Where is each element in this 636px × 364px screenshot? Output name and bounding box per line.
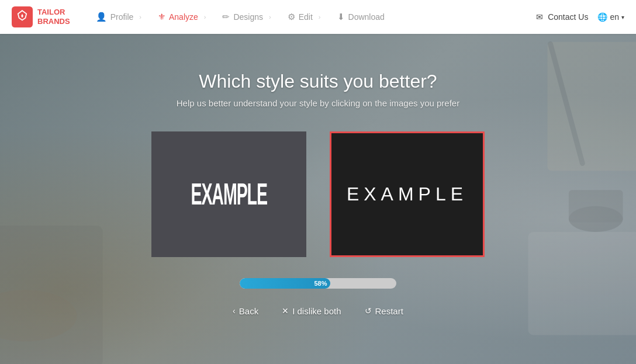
contact-button[interactable]: ✉ Contact Us <box>536 12 588 22</box>
restart-label: Restart <box>375 306 403 316</box>
dislike-label: I dislike both <box>292 306 341 316</box>
language-button[interactable]: 🌐 en ▾ <box>597 12 624 22</box>
designs-label: Designs <box>233 12 263 22</box>
edit-label: Edit <box>299 12 313 22</box>
dislike-button[interactable]: ✕ I dislike both <box>282 306 341 316</box>
profile-label: Profile <box>110 12 134 22</box>
restart-button[interactable]: ↺ Restart <box>365 306 403 316</box>
logo-icon <box>12 6 33 27</box>
nav-steps: 👤 Profile › ⚜ Analyze › ✏ Designs › ⚙ Ed… <box>88 0 537 34</box>
download-icon: ⬇ <box>337 12 345 22</box>
lang-chevron: ▾ <box>621 14 624 20</box>
analyze-label: Analyze <box>169 12 198 22</box>
globe-icon: 🌐 <box>597 12 607 22</box>
nav-right: ✉ Contact Us 🌐 en ▾ <box>536 12 624 22</box>
nav-step-profile[interactable]: 👤 Profile › <box>88 0 150 34</box>
card-thin-text: EXAMPLE <box>347 183 468 205</box>
card-condensed-text: EXAMPLE <box>191 179 267 209</box>
cards-row: EXAMPLE EXAMPLE <box>151 131 485 257</box>
question-title: Which style suits you better? <box>199 71 437 92</box>
back-button[interactable]: ‹ Back <box>233 306 258 316</box>
progress-container: 58% <box>240 278 396 289</box>
logo-text: TAILOR BRANDS <box>37 8 70 26</box>
edit-chevron: › <box>319 13 321 20</box>
designs-icon: ✏ <box>222 12 230 22</box>
back-label: Back <box>239 306 258 316</box>
restart-icon: ↺ <box>365 306 372 316</box>
logo[interactable]: TAILOR BRANDS <box>12 6 70 27</box>
main-content: Which style suits you better? Help us be… <box>0 34 636 364</box>
edit-icon: ⚙ <box>288 12 295 22</box>
style-card-condensed[interactable]: EXAMPLE <box>151 131 306 257</box>
contact-label: Contact Us <box>548 12 588 22</box>
designs-chevron: › <box>269 13 271 20</box>
profile-icon: 👤 <box>96 12 107 22</box>
nav-step-analyze[interactable]: ⚜ Analyze › <box>150 0 214 34</box>
back-icon: ‹ <box>233 306 236 316</box>
profile-chevron: › <box>139 13 141 20</box>
download-label: Download <box>348 12 385 22</box>
action-row: ‹ Back ✕ I dislike both ↺ Restart <box>233 306 403 316</box>
progress-track: 58% <box>240 278 396 289</box>
progress-label: 58% <box>314 280 327 287</box>
envelope-icon: ✉ <box>536 12 543 22</box>
question-subtitle: Help us better understand your style by … <box>177 98 459 108</box>
analyze-chevron: › <box>204 13 206 20</box>
progress-fill: 58% <box>240 278 330 289</box>
nav-step-download[interactable]: ⬇ Download <box>329 0 393 34</box>
lang-label: en <box>610 12 619 22</box>
nav-step-edit[interactable]: ⚙ Edit › <box>279 0 329 34</box>
analyze-icon: ⚜ <box>158 12 165 22</box>
navbar: TAILOR BRANDS 👤 Profile › ⚜ Analyze › ✏ … <box>0 0 636 34</box>
nav-step-designs[interactable]: ✏ Designs › <box>214 0 279 34</box>
style-card-thin[interactable]: EXAMPLE <box>330 131 485 257</box>
dislike-icon: ✕ <box>282 306 289 316</box>
